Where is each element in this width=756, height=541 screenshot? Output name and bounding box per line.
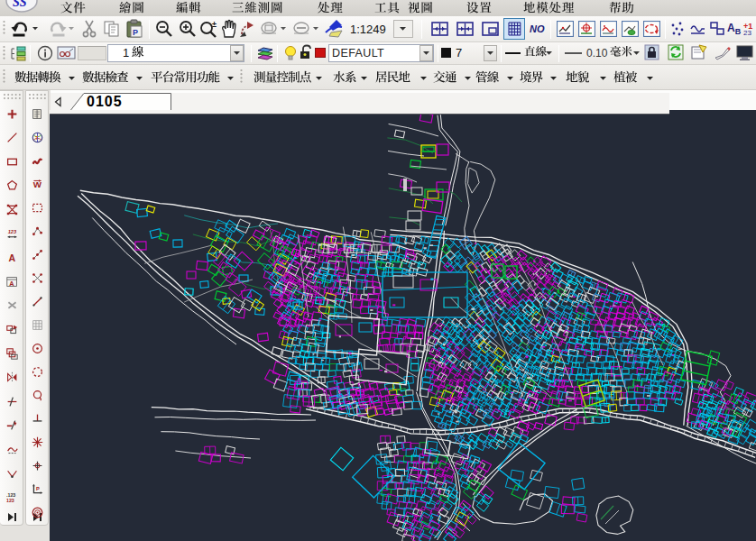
svg-text:P: P: [35, 486, 39, 491]
svg-text:123: 123: [7, 228, 16, 234]
svg-text:123: 123: [6, 498, 14, 503]
svg-text:±: ±: [212, 20, 217, 29]
svg-text:23: 23: [743, 29, 751, 37]
svg-text:P: P: [133, 28, 138, 37]
svg-text:T: T: [35, 135, 38, 140]
svg-text:.123: .123: [6, 492, 15, 498]
svg-text:A: A: [8, 252, 15, 263]
svg-text:A: A: [9, 279, 14, 287]
svg-text:SS: SS: [13, 0, 27, 9]
